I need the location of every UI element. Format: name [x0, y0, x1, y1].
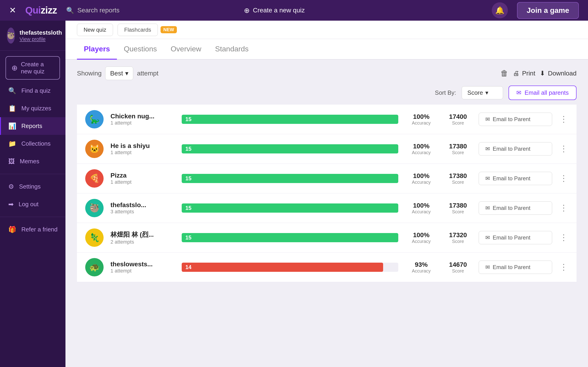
table-row: 🦎 林煜阳 林 (烈... 2 attempts 15 100% Accurac… — [77, 223, 577, 252]
new-quiz-button[interactable]: New quiz — [77, 24, 113, 36]
sidebar-user: 🦥 thefastestsloth View profile — [0, 27, 65, 51]
table-row: 🐱 He is a shiyu 1 attempt 15 100% Accura… — [77, 134, 577, 164]
player-bar-container: 15 — [182, 144, 398, 153]
close-icon[interactable]: ✕ — [9, 6, 16, 15]
sidebar-item-find[interactable]: 🔍 Find a quiz — [0, 82, 65, 100]
subheader: New quiz Flashcards NEW — [65, 21, 588, 39]
sidebar-item-collections[interactable]: 📁 Collections — [0, 135, 65, 152]
score-label: Score — [444, 239, 472, 244]
player-bar-container: 15 — [182, 115, 398, 124]
player-attempts: 2 attempts — [111, 239, 175, 245]
player-bar-wrap: 15 — [182, 174, 398, 183]
email-parent-button[interactable]: ✉ Email to Parent — [479, 113, 552, 126]
bell-icon: 🔔 — [495, 6, 504, 15]
player-bar: 14 — [182, 263, 383, 272]
topnav: ✕ Quizizz 🔍 Search reports ⊕ Create a ne… — [0, 0, 588, 21]
sidebar-item-logout[interactable]: ➡ Log out — [0, 195, 65, 213]
sidebar-item-label: Reports — [21, 123, 42, 130]
tab-standards[interactable]: Standards — [208, 39, 255, 60]
player-name: He is a shiyu — [111, 142, 175, 150]
player-info: Pizza 1 attempt — [111, 172, 175, 185]
player-bar-number: 15 — [185, 234, 191, 241]
score-value: 17380 — [444, 172, 472, 180]
sort-select[interactable]: Score ▾ — [462, 86, 503, 99]
score-label: Score — [444, 180, 472, 185]
table-row: 🐢 theslowests... 1 attempt 14 93% Accura… — [77, 252, 577, 282]
more-options-button[interactable]: ⋮ — [559, 144, 568, 154]
player-bar-wrap: 15 — [182, 233, 398, 242]
flashcards-button[interactable]: Flashcards — [118, 24, 158, 36]
player-bar: 15 — [182, 174, 398, 183]
accuracy-value: 93% — [405, 261, 437, 268]
email-parent-label: Email to Parent — [493, 205, 530, 211]
tab-questions[interactable]: Questions — [117, 39, 164, 60]
sidebar-item-label: Collections — [21, 140, 51, 147]
best-attempt-select[interactable]: Best ▾ — [105, 67, 133, 80]
sidebar-item-reports[interactable]: 📊 Reports — [0, 117, 65, 135]
sort-row: Sort By: Score ▾ ✉ Email all parents — [77, 85, 577, 100]
accuracy-value: 100% — [405, 202, 437, 209]
email-all-parents-button[interactable]: ✉ Email all parents — [509, 85, 577, 100]
sidebar-item-settings[interactable]: ⚙ Settings — [0, 178, 65, 195]
print-button[interactable]: 🖨 Print — [513, 69, 536, 77]
player-bar: 15 — [182, 203, 398, 213]
player-accuracy: 100% Accuracy — [405, 172, 437, 185]
table-row: 🦥 thefastslo... 3 attempts 15 100% Accur… — [77, 193, 577, 223]
more-options-button[interactable]: ⋮ — [559, 233, 568, 242]
sidebar-item-memes[interactable]: 🖼 Memes — [0, 152, 65, 170]
player-bar-wrap: 15 — [182, 115, 398, 124]
player-score: 17380 Score — [444, 172, 472, 185]
create-new-quiz-nav[interactable]: ⊕ Create a new quiz — [244, 6, 305, 15]
player-attempts: 1 attempt — [111, 179, 175, 185]
accuracy-label: Accuracy — [405, 209, 437, 215]
notifications-bell[interactable]: 🔔 — [492, 2, 508, 18]
more-options-button[interactable]: ⋮ — [559, 115, 568, 124]
player-bar-number: 15 — [185, 116, 191, 123]
accuracy-label: Accuracy — [405, 120, 437, 126]
score-value: 14670 — [444, 261, 472, 268]
email-icon: ✉ — [485, 234, 490, 241]
email-parent-button[interactable]: ✉ Email to Parent — [479, 231, 552, 244]
email-icon: ✉ — [516, 89, 521, 96]
player-name: Chicken nug... — [111, 113, 175, 120]
player-info: 林煜阳 林 (烈... 2 attempts — [111, 230, 175, 245]
players-list: 🦕 Chicken nug... 1 attempt 15 100% Accur… — [77, 105, 577, 282]
player-info: Chicken nug... 1 attempt — [111, 113, 175, 126]
view-profile-link[interactable]: View profile — [19, 36, 62, 42]
player-bar-number: 14 — [185, 264, 191, 270]
more-options-button[interactable]: ⋮ — [559, 174, 568, 183]
create-new-quiz-button[interactable]: ⊕ Create a new quiz — [6, 56, 60, 80]
player-info: He is a shiyu 1 attempt — [111, 142, 175, 156]
delete-button[interactable]: 🗑 — [501, 69, 508, 78]
player-name: Pizza — [111, 172, 175, 179]
email-icon: ✉ — [485, 205, 490, 211]
score-label: Score — [444, 268, 472, 274]
image-icon: 🖼 — [8, 158, 15, 165]
email-parent-button[interactable]: ✉ Email to Parent — [479, 142, 552, 156]
gear-icon: ⚙ — [8, 183, 14, 190]
sidebar-item-my-quizzes[interactable]: 📋 My quizzes — [0, 100, 65, 117]
more-options-button[interactable]: ⋮ — [559, 262, 568, 272]
download-button[interactable]: ⬇ Download — [540, 69, 577, 77]
chevron-down-icon: ▾ — [485, 89, 488, 96]
tab-players[interactable]: Players — [77, 39, 117, 60]
tab-overview[interactable]: Overview — [164, 39, 208, 60]
email-parent-button[interactable]: ✉ Email to Parent — [479, 201, 552, 215]
search-reports[interactable]: 🔍 Search reports — [66, 7, 235, 14]
accuracy-label: Accuracy — [405, 239, 437, 244]
folder-icon: 📁 — [8, 140, 16, 148]
player-name: theslowests... — [111, 261, 175, 268]
join-game-button[interactable]: Join a game — [517, 2, 579, 19]
sidebar-item-refer[interactable]: 🎁 Refer a friend — [0, 221, 65, 238]
email-parent-button[interactable]: ✉ Email to Parent — [479, 172, 552, 185]
accuracy-value: 100% — [405, 172, 437, 180]
search-icon: 🔍 — [66, 7, 74, 14]
email-parent-button[interactable]: ✉ Email to Parent — [479, 261, 552, 274]
player-bar-container: 15 — [182, 174, 398, 183]
email-parent-label: Email to Parent — [493, 264, 530, 270]
sidebar-item-label: My quizzes — [21, 105, 51, 112]
chart-icon: 📊 — [8, 122, 16, 130]
more-options-button[interactable]: ⋮ — [559, 203, 568, 213]
email-icon: ✉ — [485, 116, 490, 123]
player-accuracy: 100% Accuracy — [405, 232, 437, 244]
